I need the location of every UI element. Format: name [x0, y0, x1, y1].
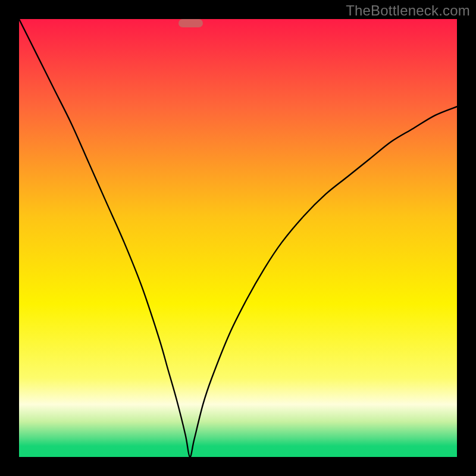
watermark-text: TheBottleneck.com — [346, 2, 470, 19]
plot-area — [19, 19, 457, 457]
outer-frame: TheBottleneck.com — [0, 0, 476, 476]
bottleneck-curve — [19, 19, 457, 457]
optimum-marker — [178, 19, 203, 27]
